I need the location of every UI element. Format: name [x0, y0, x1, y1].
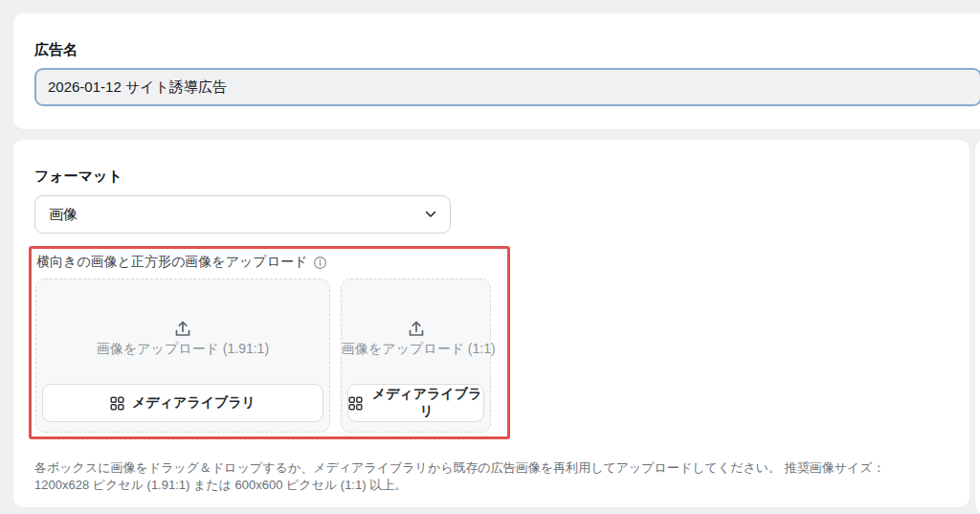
upload-hint-landscape: 画像をアップロード (1.91:1) — [36, 341, 329, 358]
upload-icon — [173, 320, 193, 338]
upload-icon — [406, 320, 426, 338]
upload-area-label-row: 横向きの画像と正方形の画像をアップロード — [36, 254, 327, 271]
right-cutoff-card — [975, 140, 980, 514]
upload-help-text: 各ボックスに画像をドラッグ＆ドロップするか、メディアライブラリから既存の広告画像… — [34, 459, 932, 493]
upload-dropzone-landscape[interactable]: 画像をアップロード (1.91:1) メディアライブラリ — [35, 279, 330, 433]
media-library-grid-icon — [348, 396, 363, 411]
format-card: フォーマット 画像 横向きの画像と正方形の画像をアップロード 画像をアップロード… — [13, 140, 969, 507]
ad-name-input[interactable] — [34, 68, 980, 106]
format-title: フォーマット — [34, 168, 122, 186]
ad-name-title: 広告名 — [34, 41, 78, 59]
format-select[interactable]: 画像 — [34, 195, 451, 234]
upload-area-label: 横向きの画像と正方形の画像をアップロード — [36, 254, 307, 271]
info-circle-icon[interactable] — [313, 256, 327, 270]
media-library-grid-icon — [110, 396, 124, 411]
media-library-button-landscape[interactable]: メディアライブラリ — [42, 384, 323, 422]
chevron-down-icon — [425, 211, 436, 218]
format-select-value: 画像 — [49, 206, 78, 224]
media-library-button-label: メディアライブラリ — [132, 394, 256, 412]
upload-required-highlight: 横向きの画像と正方形の画像をアップロード 画像をアップロード (1.91:1) … — [29, 246, 510, 439]
upload-dropzone-square[interactable]: 画像をアップロード (1:1) メディアライブラリ — [341, 279, 491, 433]
media-library-button-square[interactable]: メディアライブラリ — [347, 384, 484, 422]
ad-name-card: 広告名 — [13, 13, 980, 129]
media-library-button-label: メディアライブラリ — [370, 386, 483, 420]
upload-hint-square: 画像をアップロード (1:1) — [342, 341, 490, 358]
